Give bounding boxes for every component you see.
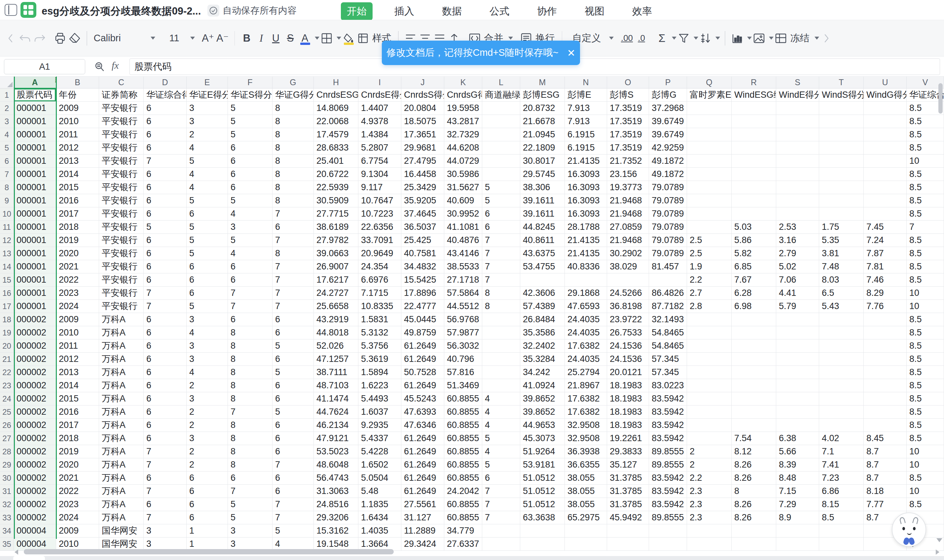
cell-I4[interactable]: 1.4384: [358, 128, 401, 141]
cell-B30[interactable]: 2021: [56, 472, 99, 485]
cell-R10[interactable]: [731, 208, 776, 220]
cell-P10[interactable]: 79.0789: [649, 208, 687, 220]
cell-N27[interactable]: 32.9508: [565, 432, 607, 445]
cell-P4[interactable]: 39.6749: [649, 128, 687, 141]
cell-N5[interactable]: 6.1915: [565, 141, 607, 155]
cell-H11[interactable]: 38.6189: [314, 220, 358, 234]
cell-K33[interactable]: 60.8855: [444, 511, 482, 525]
cell-N29[interactable]: 36.6355: [565, 458, 607, 472]
cell-C4[interactable]: 平安银行: [99, 128, 144, 141]
cell-N31[interactable]: 38.055: [565, 485, 607, 498]
cell-G3[interactable]: 8: [273, 115, 314, 128]
cell-H33[interactable]: 29.3206: [314, 511, 358, 525]
cell-M31[interactable]: 51.0512: [520, 485, 565, 498]
row-header-11[interactable]: 11: [0, 220, 14, 234]
cell-K8[interactable]: 31.5627: [444, 181, 482, 194]
cell-U10[interactable]: [864, 208, 907, 220]
cell-G27[interactable]: 6: [273, 432, 314, 445]
cell-H12[interactable]: 27.9782: [314, 234, 358, 247]
cell-Q1[interactable]: 富时罗素ESG: [687, 88, 731, 102]
cell-B22[interactable]: 2013: [56, 366, 99, 379]
cell-F17[interactable]: 7: [228, 300, 273, 313]
cell-M19[interactable]: 35.3586: [520, 326, 565, 340]
cell-J14[interactable]: 34.4832: [401, 260, 444, 273]
cell-A9[interactable]: 000001: [14, 194, 56, 208]
cell-D10[interactable]: 6: [144, 208, 186, 220]
cell-A13[interactable]: 000001: [14, 247, 56, 260]
cell-P23[interactable]: 83.0223: [649, 379, 687, 392]
cell-U18[interactable]: [864, 313, 907, 326]
cell-G17[interactable]: 7: [273, 300, 314, 313]
cell-M2[interactable]: 20.8732: [520, 102, 565, 115]
vertical-scroll-down-icon[interactable]: [936, 538, 942, 542]
cell-P6[interactable]: 49.1872: [649, 155, 687, 168]
cell-H8[interactable]: 22.5939: [314, 181, 358, 194]
cell-K10[interactable]: 30.9952: [444, 208, 482, 220]
cell-T25[interactable]: [819, 405, 864, 419]
cell-M17[interactable]: 57.4389: [520, 300, 565, 313]
cell-I17[interactable]: 10.8335: [358, 300, 401, 313]
cell-O33[interactable]: 45.9492: [607, 511, 649, 525]
cell-N6[interactable]: 21.4135: [565, 155, 607, 168]
cell-B2[interactable]: 2009: [56, 102, 99, 115]
cell-P1[interactable]: 彭博G: [649, 88, 687, 102]
cell-M10[interactable]: 39.1611: [520, 208, 565, 220]
column-header-K[interactable]: K: [444, 77, 482, 88]
cell-H26[interactable]: 46.2134: [314, 419, 358, 432]
cell-C19[interactable]: 万科A: [99, 326, 144, 340]
cell-K34[interactable]: 34.779: [444, 525, 482, 537]
column-header-F[interactable]: F: [228, 77, 273, 88]
remove-decimal-button[interactable]: .0: [634, 29, 649, 48]
cell-M4[interactable]: 21.0945: [520, 128, 565, 141]
cell-A10[interactable]: 000001: [14, 208, 56, 220]
active-sheet-tab[interactable]: [13, 556, 45, 560]
cell-L11[interactable]: 6: [482, 220, 520, 234]
cell-J12[interactable]: 25.425: [401, 234, 444, 247]
cell-D20[interactable]: 6: [144, 340, 186, 352]
cell-M9[interactable]: 39.1611: [520, 194, 565, 208]
cell-U19[interactable]: [864, 326, 907, 340]
column-header-G[interactable]: G: [273, 77, 314, 88]
cell-K12[interactable]: 40.4876: [444, 234, 482, 247]
row-header-30[interactable]: 30: [0, 472, 14, 485]
cell-J13[interactable]: 40.7581: [401, 247, 444, 260]
cell-I32[interactable]: 1.1835: [358, 498, 401, 511]
cell-P29[interactable]: 89.8555: [649, 458, 687, 472]
row-header-12[interactable]: 12: [0, 234, 14, 247]
freeze-icon[interactable]: [773, 29, 788, 48]
row-header-1[interactable]: 1: [0, 88, 14, 102]
cell-F28[interactable]: 8: [228, 445, 273, 458]
cell-M21[interactable]: 35.3284: [520, 352, 565, 366]
filter-icon[interactable]: [676, 29, 691, 48]
cell-G10[interactable]: 7: [273, 208, 314, 220]
cell-B5[interactable]: 2012: [56, 141, 99, 155]
cell-J34[interactable]: 11.2889: [401, 525, 444, 537]
cell-I2[interactable]: 1.4407: [358, 102, 401, 115]
cell-T20[interactable]: [819, 340, 864, 352]
cell-S29[interactable]: 8.39: [776, 458, 819, 472]
cell-S31[interactable]: 7.15: [776, 485, 819, 498]
cell-T8[interactable]: [819, 181, 864, 194]
cell-I1[interactable]: CnrdsE得分: [358, 88, 401, 102]
cell-S34[interactable]: [776, 525, 819, 537]
cell-V18[interactable]: 8.5: [907, 313, 944, 326]
cell-N19[interactable]: 24.4035: [565, 326, 607, 340]
cell-D29[interactable]: 7: [144, 458, 186, 472]
cell-D19[interactable]: 6: [144, 326, 186, 340]
cell-P25[interactable]: 83.5942: [649, 405, 687, 419]
cell-T28[interactable]: 7.1: [819, 445, 864, 458]
column-header-P[interactable]: P: [649, 77, 687, 88]
cell-A7[interactable]: 000001: [14, 168, 56, 181]
cell-M8[interactable]: 38.306: [520, 181, 565, 194]
cell-G29[interactable]: 7: [273, 458, 314, 472]
menu-tab-开始[interactable]: 开始: [341, 2, 373, 20]
cell-E10[interactable]: 6: [186, 208, 228, 220]
cell-B33[interactable]: 2024: [56, 511, 99, 525]
cell-L12[interactable]: 7: [482, 234, 520, 247]
column-header-I[interactable]: I: [358, 77, 401, 88]
cell-L13[interactable]: 7: [482, 247, 520, 260]
cell-K25[interactable]: 60.8855: [444, 405, 482, 419]
cell-M25[interactable]: 39.8652: [520, 405, 565, 419]
cell-S11[interactable]: 2.53: [776, 220, 819, 234]
cell-P3[interactable]: 39.6749: [649, 115, 687, 128]
